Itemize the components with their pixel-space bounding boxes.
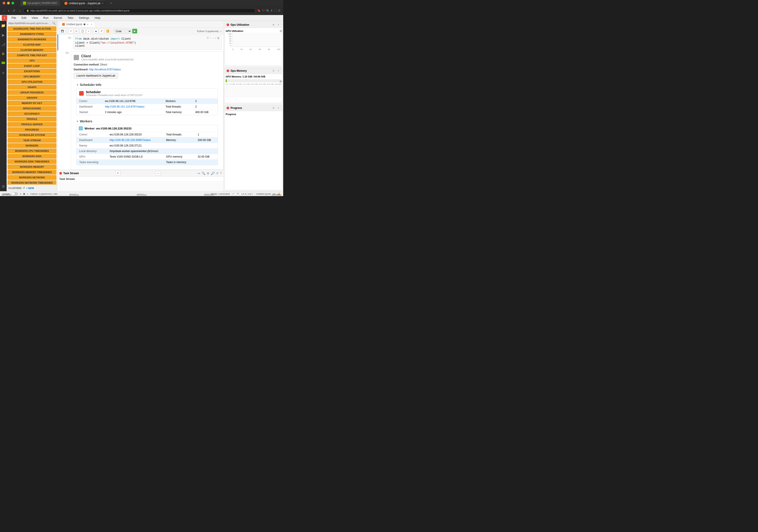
ts-action-refresh[interactable]: ↺ [216,171,219,175]
launch-dashboard-button[interactable]: Launch dashboard in JupyterLab [74,73,118,79]
extensions-sidebar-icon[interactable]: ⚙ [1,184,6,190]
ts-action-zoom[interactable]: 🔎 [211,171,215,175]
download-icon[interactable]: ⬇ [271,9,273,12]
menu-tabs[interactable]: Tabs [67,16,74,20]
cell-type-select[interactable]: Code Markdown Raw [114,29,132,33]
refresh-clusters-button[interactable]: ↺ [23,187,25,190]
ts-action-help[interactable]: ? [220,171,222,175]
w1-dashboard-link[interactable]: http://100.96.126.228:39987/status [110,139,151,142]
fullscreen-icon[interactable]: ⛶ [274,9,277,12]
list-icon[interactable]: ≡ [1,70,5,76]
ts-action-arrows[interactable]: ⇔ [197,171,200,175]
menu-run[interactable]: Run [42,16,49,20]
run-icon[interactable]: ▶ [1,32,6,38]
dask-item-workers-cpu-timeseries[interactable]: WORKERS CPU TIMESERIES [8,149,56,153]
add-tab-button[interactable]: + [91,23,92,26]
gpu-mem-close-button[interactable]: ✕ [271,69,275,73]
menu-help[interactable]: Help [93,16,101,20]
move-up-icon[interactable]: ↑ [210,37,211,40]
sched-dashboard-link[interactable]: http://100.96.141.110:8787/status [105,105,145,108]
new-tab-button[interactable]: + [108,0,114,6]
dask-item-group-progress[interactable]: GROUP PROGRESS [8,90,56,95]
dask-item-scheduler-system[interactable]: SCHEDULER SYSTEM [8,132,56,137]
back-button[interactable]: ‹ [3,8,6,13]
extensions-icon[interactable]: 🔌 [266,9,269,12]
menu-view[interactable]: View [31,16,39,20]
gpu-util-add-button[interactable]: + [276,23,280,27]
panel-gear-icon-2[interactable]: ⚙ [279,80,282,83]
paste-button[interactable]: 📋 [80,29,86,33]
dask-item-workers-disk[interactable]: WORKERS DISK [8,154,56,159]
ts-action-config[interactable]: ⚙ [207,171,210,175]
files-icon[interactable]: 📁 [0,22,6,28]
menu-settings[interactable]: Settings [78,16,90,20]
search-icon[interactable]: 🔍 [52,22,55,25]
dask-item-workers-network[interactable]: WORKERS NETWORK [8,175,56,180]
dask-item-bandwidth-workers[interactable]: BANDWIDTH WORKERS [8,37,56,42]
bookmark-icon[interactable]: 🔖 [257,9,260,12]
more-actions-icon[interactable]: ⋯ [215,37,216,40]
close-button[interactable] [3,2,5,4]
dask-item-task-stream[interactable]: TASK STREAM [8,138,56,143]
scheduler-info-section[interactable]: Scheduler Info [74,81,221,88]
notebook-tab-close[interactable]: ✕ [87,23,88,26]
simple-toggle[interactable] [12,192,18,195]
gpu-util-close-button[interactable]: ✕ [271,23,275,27]
progress-close-button[interactable]: ✕ [271,106,275,110]
run-cell-button[interactable]: ▶ [132,29,137,33]
dask-item-workers-network-timeseries[interactable]: WORKERS NETWORK TIMESERIES [8,180,56,185]
dask-item-event-loop[interactable]: EVENT LOOP [8,63,56,68]
dask-item-memory-by-key[interactable]: MEMORY BY KEY [8,101,56,106]
dask-item-exceptions[interactable]: EXCEPTIONS [8,69,56,74]
dask-item-workers[interactable]: WORKERS [8,143,56,148]
minimize-button[interactable] [7,2,10,4]
stop-button[interactable]: ■ [93,29,98,33]
workers-section-header[interactable]: Workers [74,118,221,125]
progress-add-button[interactable]: + [276,106,280,110]
menu-icon[interactable]: ☰ [278,9,281,12]
run-all-button[interactable]: ⏩ [105,29,111,33]
forward-button[interactable]: › [7,8,10,13]
dashboard-link[interactable]: http://localhost:8787/status [89,68,121,71]
home-button[interactable]: ⌂ [18,8,21,13]
cell-content[interactable]: ⎘ ↑ ↓ ⋯ 🗑 from dask.distributed import [73,35,222,50]
dask-item-nprocessing[interactable]: NPROCESSING [8,106,56,111]
new-cluster-button[interactable]: + NEW [26,187,34,190]
tab-jupyterlab[interactable]: Untitled.ipynb - JupyterLab ✕ [62,0,106,6]
dask-item-compute-time[interactable]: COMPUTE TIME PER KEY [8,53,56,58]
new-cell-button[interactable]: + [86,29,91,33]
dask-item-cpu[interactable]: CPU [8,58,56,63]
dask-item-workers-memory[interactable]: WORKERS MEMORY [8,164,56,169]
dask-item-profile[interactable]: PROFILE [8,117,56,122]
dask-item-progress[interactable]: PROGRESS [8,127,56,132]
dask-item-gpu-memory[interactable]: GPU MEMORY [8,74,56,79]
dask-item-gpu-utilization[interactable]: GPU UTILIZATION [8,80,56,84]
notebook-tab[interactable]: Untitled.ipynb ✕ + [59,22,95,27]
worker-1-header[interactable]: Worker: ws://100.96.126.228:35233 [77,125,218,132]
dask-item-occupancy[interactable]: OCCUPANCY [8,111,56,116]
tab-close-icon[interactable]: ✕ [102,2,104,4]
dask-item-graph[interactable]: GRAPH [8,85,56,89]
cut-button[interactable]: ✂ [68,29,73,33]
dask-item-aggregate-time[interactable]: AGGREGATE TIME PER ACTION [8,26,56,31]
code-block[interactable]: ⎘ ↑ ↓ ⋯ 🗑 from dask.distributed import [73,35,222,50]
dask-item-workers-disk-timeseries[interactable]: WORKERS DISK TIMESERIES [8,159,56,164]
dask-icon[interactable]: D [1,51,5,56]
copy-code-icon[interactable]: ⎘ [207,37,209,40]
move-down-icon[interactable]: ↓ [212,37,214,40]
task-stream-add-button[interactable]: + [156,171,160,175]
dask-item-cluster-memory[interactable]: CLUSTER MEMORY [8,48,56,53]
task-stream-close-button[interactable]: ✕ [115,171,121,175]
save-button[interactable]: 💾 [59,29,65,33]
menu-edit[interactable]: Edit [20,16,27,20]
maximize-button[interactable] [12,2,14,4]
shield-icon[interactable]: 🛡 [262,9,265,12]
menu-kernel[interactable]: Kernel [53,16,63,20]
nvlogo-icon[interactable] [1,61,6,65]
dask-item-groups[interactable]: GROUPS [8,95,56,100]
delete-cell-icon[interactable]: 🗑 [217,37,220,40]
git-icon[interactable]: ⎇ [0,42,6,48]
dask-item-cluster-map[interactable]: CLUSTER MAP [8,42,56,47]
copy-button[interactable]: ⎘ [74,29,79,33]
address-field[interactable]: 🔒 https://jea05493-mn-prd1-sjc4.nv-us-we… [23,8,256,13]
